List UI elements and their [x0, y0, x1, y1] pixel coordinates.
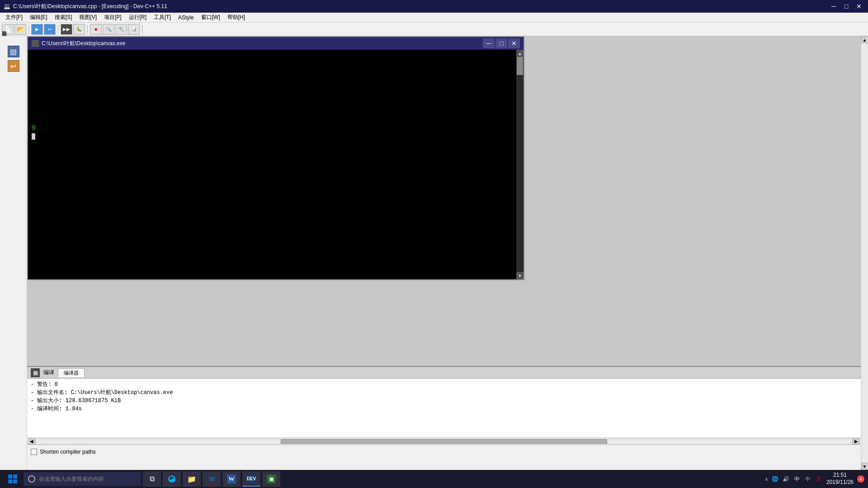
- toolbar-btn-4[interactable]: ↩: [44, 24, 56, 35]
- console-maximize[interactable]: □: [495, 38, 507, 48]
- menu-help[interactable]: 帮助[H]: [224, 13, 249, 22]
- toolbar-separator-1: [28, 25, 29, 34]
- menu-window[interactable]: 窗口[W]: [198, 13, 224, 22]
- explorer-icon: 📁: [187, 474, 197, 484]
- toolbar-btn-10[interactable]: 📊: [128, 24, 140, 35]
- toolbar-run[interactable]: ▶▶: [61, 24, 72, 35]
- compile-tab[interactable]: 编译器: [58, 368, 85, 377]
- console-body[interactable]: 0 ▲ ▼: [28, 50, 524, 279]
- console-controls: ─ □ ✕: [483, 38, 520, 48]
- svg-rect-3: [13, 479, 17, 483]
- console-minimize[interactable]: ─: [483, 38, 495, 48]
- taskview-icon: ⧉: [147, 474, 157, 484]
- menu-astyle[interactable]: AStyle: [175, 14, 198, 22]
- right-scroll-down[interactable]: ▼: [861, 463, 868, 470]
- unknown-app-icon: ▣: [266, 474, 276, 484]
- console-scroll-up[interactable]: ▲: [516, 50, 524, 57]
- edge-icon: [167, 474, 177, 484]
- left-panel: 项目管理 ▤ ↩: [0, 36, 27, 470]
- toolbar-open[interactable]: 📂: [14, 24, 26, 35]
- toolbar: 📄 📂 ▶ ↩ ▶▶ 🐛 ■ 🔍 🔧 📊: [0, 23, 868, 36]
- compile-footer: Shorten compiler paths: [27, 445, 861, 458]
- menu-edit[interactable]: 编辑[E]: [26, 13, 51, 22]
- toolbar-separator-2: [58, 25, 58, 34]
- console-close[interactable]: ✕: [508, 38, 520, 48]
- taskbar-devcpp[interactable]: DEV: [242, 471, 260, 487]
- start-button[interactable]: [4, 472, 22, 486]
- console-cursor: [32, 133, 35, 140]
- menu-view[interactable]: 视图[V]: [75, 13, 100, 22]
- right-scrollbar[interactable]: ▲ ▼: [861, 36, 868, 470]
- compile-line-3: - 输出大小: 128.638671875 KiB: [31, 397, 857, 405]
- toolbar-btn-9[interactable]: 🔧: [115, 24, 127, 35]
- volume-icon[interactable]: 🔊: [782, 475, 790, 483]
- svg-rect-2: [8, 479, 12, 483]
- taskbar-taskview[interactable]: ⧉: [143, 471, 161, 487]
- minimize-button[interactable]: ─: [828, 2, 839, 11]
- svg-rect-0: [8, 474, 12, 479]
- console-scrollbar[interactable]: ▲ ▼: [516, 50, 524, 279]
- svg-rect-1: [13, 474, 17, 479]
- toolbar-new[interactable]: 📄: [2, 24, 14, 35]
- battery-icon: 中: [793, 475, 801, 483]
- search-icon: [28, 475, 35, 483]
- compile-line-1: - 警告: 0: [31, 380, 857, 389]
- title-bar-left: 💻 C:\Users\叶航\Desktop\canvas.cpp - [Exec…: [4, 3, 167, 10]
- compile-panel: ▦ 编译 编译器 - 警告: 0 - 输出文件名: C:\Users\叶航\De…: [27, 366, 861, 470]
- console-window: C:\Users\叶航\Desktop\canvas.exe ─ □ ✕ 0 ▲…: [27, 36, 524, 280]
- panel-icon-2[interactable]: ↩: [8, 60, 19, 72]
- title-bar-controls: ─ □ ✕: [828, 2, 864, 11]
- taskbar-word[interactable]: W: [222, 471, 241, 487]
- search-box[interactable]: 在这里输入你要搜索的内容: [24, 472, 141, 486]
- devcpp-icon: DEV: [246, 474, 256, 483]
- console-title-left: C:\Users\叶航\Desktop\canvas.exe: [32, 40, 125, 47]
- toolbar-debug[interactable]: 🐛: [73, 24, 85, 35]
- menu-file[interactable]: 文件[F]: [2, 13, 26, 22]
- compile-output: - 警告: 0 - 输出文件名: C:\Users\叶航\Desktop\can…: [27, 379, 861, 437]
- console-title-bar: C:\Users\叶航\Desktop\canvas.exe ─ □ ✕: [28, 37, 524, 50]
- compile-hscroll[interactable]: ◀ ▶: [27, 437, 861, 445]
- maximize-button[interactable]: □: [841, 2, 852, 11]
- taskbar-unknown[interactable]: ▣: [262, 471, 280, 487]
- shorten-paths-checkbox[interactable]: [31, 449, 37, 455]
- compile-header: ▦ 编译 编译器: [27, 367, 861, 379]
- hscroll-thumb[interactable]: [281, 439, 607, 444]
- taskbar-edge[interactable]: [163, 471, 181, 487]
- title-bar: 💻 C:\Users\叶航\Desktop\canvas.cpp - [Exec…: [0, 0, 868, 13]
- system-tray: ∧ 🌐 🔊 中 中 S: [764, 475, 823, 483]
- menu-tools[interactable]: 工具[T]: [150, 13, 175, 22]
- console-scroll-down[interactable]: ▼: [516, 272, 524, 279]
- word-icon: W: [226, 474, 236, 484]
- right-scroll-up[interactable]: ▲: [861, 36, 868, 43]
- time-display: 21:51: [826, 472, 854, 479]
- windows-logo-icon: [8, 474, 17, 483]
- date-display: 2019/11/26: [826, 479, 854, 486]
- toolbar-stop[interactable]: ■: [90, 24, 102, 35]
- compile-label: 编译: [43, 369, 54, 376]
- toolbar-btn-8[interactable]: 🔍: [103, 24, 114, 35]
- taskbar-right: ∧ 🌐 🔊 中 中 S 21:51 2019/11/26 4: [764, 472, 864, 486]
- close-button[interactable]: ✕: [854, 2, 864, 11]
- network-icon: 🌐: [771, 475, 779, 483]
- taskbar: 在这里输入你要搜索的内容 ⧉ 📁 ✉ W DEV ▣ ∧ 🌐 🔊: [0, 470, 868, 488]
- hscroll-right[interactable]: ▶: [853, 438, 860, 445]
- panel-icon-1[interactable]: ▤: [8, 46, 19, 57]
- shorten-paths-label[interactable]: Shorten compiler paths: [31, 449, 95, 455]
- mail-icon: ✉: [207, 474, 217, 484]
- menu-search[interactable]: 搜索[S]: [51, 13, 76, 22]
- hscroll-left[interactable]: ◀: [28, 438, 35, 445]
- menu-project[interactable]: 项目[P]: [100, 13, 125, 22]
- tray-caret[interactable]: ∧: [764, 476, 769, 482]
- toolbar-btn-3[interactable]: ▶: [31, 24, 43, 35]
- compile-line-2: - 输出文件名: C:\Users\叶航\Desktop\canvas.exe: [31, 389, 857, 397]
- search-placeholder-text: 在这里输入你要搜索的内容: [39, 475, 104, 483]
- console-scroll-thumb[interactable]: [517, 57, 523, 75]
- taskbar-explorer[interactable]: 📁: [183, 471, 201, 487]
- taskbar-datetime[interactable]: 21:51 2019/11/26: [826, 472, 854, 486]
- taskbar-mail[interactable]: ✉: [203, 471, 221, 487]
- menu-bar: 文件[F] 编辑[E] 搜索[S] 视图[V] 项目[P] 运行[R] 工具[T…: [0, 13, 868, 23]
- console-scroll-track: [516, 57, 524, 272]
- notification-badge[interactable]: 4: [857, 475, 864, 483]
- menu-run[interactable]: 运行[R]: [125, 13, 150, 22]
- hscroll-track: [35, 438, 853, 445]
